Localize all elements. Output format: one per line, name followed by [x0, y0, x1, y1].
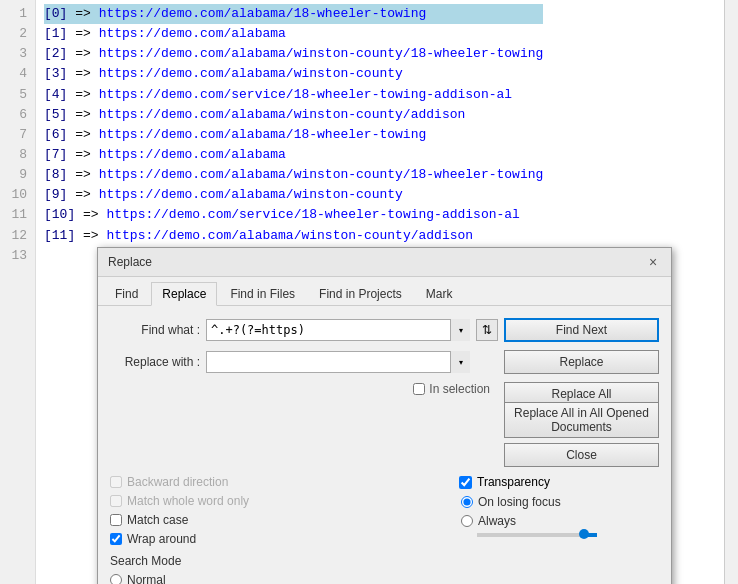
normal-radio[interactable] — [110, 574, 122, 584]
replace-input[interactable] — [206, 351, 470, 373]
find-label: Find what : — [110, 323, 200, 337]
buttons-col-2: Replace — [504, 350, 659, 374]
swap-button[interactable]: ⇅ — [476, 319, 498, 341]
close-button[interactable]: Close — [504, 443, 659, 467]
find-input[interactable] — [206, 319, 470, 341]
buttons-col-4: Replace All in All Opened Documents Clos… — [504, 402, 659, 467]
replace-all-opened-button[interactable]: Replace All in All Opened Documents — [504, 402, 659, 438]
replace-label: Replace with : — [110, 355, 200, 369]
find-dropdown-btn[interactable]: ▾ — [450, 319, 470, 341]
bottom-buttons-row: Replace All in All Opened Documents Clos… — [110, 402, 659, 467]
search-mode-section: Search Mode Normal Extended (\n, \r, \t,… — [110, 554, 447, 584]
code-line: [6] => https://demo.com/alabama/18-wheel… — [44, 125, 543, 145]
match-whole-word-checkbox[interactable] — [110, 495, 122, 507]
replace-dialog: Replace × Find Replace Find in Files Fin… — [97, 247, 672, 584]
code-line: [0] => https://demo.com/alabama/18-wheel… — [44, 4, 543, 24]
in-selection-row: In selection — [110, 382, 494, 396]
tab-mark[interactable]: Mark — [415, 282, 464, 306]
in-selection-wrap: In selection — [110, 382, 494, 404]
code-line: [4] => https://demo.com/service/18-wheel… — [44, 85, 543, 105]
code-line: [2] => https://demo.com/alabama/winston-… — [44, 44, 543, 64]
dialog-titlebar: Replace × — [98, 248, 671, 277]
match-case-checkbox[interactable] — [110, 514, 122, 526]
backward-direction-checkbox[interactable] — [110, 476, 122, 488]
line-numbers: 1 2 3 4 5 6 7 8 9 10 11 12 13 — [0, 0, 36, 584]
in-selection-label[interactable]: In selection — [413, 382, 490, 396]
find-input-wrap: ▾ — [206, 319, 470, 341]
transparency-radio-group: On losing focus Always — [461, 495, 659, 528]
scrollbar[interactable] — [724, 0, 738, 584]
transparency-header: Transparency — [459, 475, 659, 489]
dialog-body: Find what : ▾ ⇅ Find Next Replace with :… — [98, 306, 671, 584]
dialog-tabs: Find Replace Find in Files Find in Proje… — [98, 277, 671, 306]
tab-replace[interactable]: Replace — [151, 282, 217, 306]
options-left: Backward direction Match whole word only… — [110, 475, 447, 584]
code-line: [3] => https://demo.com/alabama/winston-… — [44, 64, 543, 84]
options-section: Backward direction Match whole word only… — [110, 475, 659, 584]
code-line: [5] => https://demo.com/alabama/winston-… — [44, 105, 543, 125]
replace-row: Replace with : ▾ Replace — [110, 350, 659, 374]
always-option: Always — [461, 514, 659, 528]
replace-input-wrap: ▾ — [206, 351, 470, 373]
always-radio[interactable] — [461, 515, 473, 527]
match-case-option: Match case — [110, 513, 447, 527]
backward-direction-option: Backward direction — [110, 475, 447, 489]
find-row: Find what : ▾ ⇅ Find Next — [110, 318, 659, 342]
match-whole-word-option: Match whole word only — [110, 494, 447, 508]
replace-dropdown-btn[interactable]: ▾ — [450, 351, 470, 373]
find-next-button[interactable]: Find Next — [504, 318, 659, 342]
tab-find-in-projects[interactable]: Find in Projects — [308, 282, 413, 306]
replace-button[interactable]: Replace — [504, 350, 659, 374]
on-losing-focus-option: On losing focus — [461, 495, 659, 509]
on-losing-focus-radio[interactable] — [461, 496, 473, 508]
buttons-col: Find Next — [504, 318, 659, 342]
code-line: [9] => https://demo.com/alabama/winston-… — [44, 185, 543, 205]
wrap-around-option: Wrap around — [110, 532, 447, 546]
in-selection-checkbox[interactable] — [413, 383, 425, 395]
transparency-slider-row — [459, 533, 659, 537]
search-mode-title: Search Mode — [110, 554, 447, 568]
wrap-around-checkbox[interactable] — [110, 533, 122, 545]
code-line: [11] => https://demo.com/alabama/winston… — [44, 226, 543, 246]
transparency-checkbox[interactable] — [459, 476, 472, 489]
transparency-section: Transparency On losing focus Always — [459, 475, 659, 584]
tab-find[interactable]: Find — [104, 282, 149, 306]
dialog-title: Replace — [108, 255, 152, 269]
tab-find-in-files[interactable]: Find in Files — [219, 282, 306, 306]
normal-radio-option: Normal — [110, 573, 447, 584]
code-line: [10] => https://demo.com/service/18-whee… — [44, 205, 543, 225]
dialog-close-button[interactable]: × — [645, 254, 661, 270]
code-line: [1] => https://demo.com/alabama — [44, 24, 543, 44]
slider-thumb[interactable] — [579, 529, 589, 539]
code-line: [7] => https://demo.com/alabama — [44, 145, 543, 165]
transparency-slider[interactable] — [477, 533, 597, 537]
code-line: [8] => https://demo.com/alabama/winston-… — [44, 165, 543, 185]
